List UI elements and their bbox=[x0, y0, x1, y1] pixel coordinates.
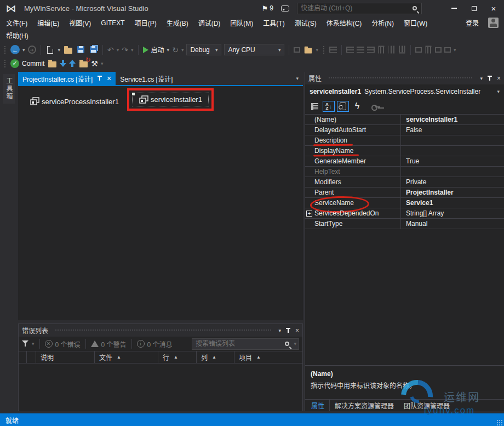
menu-architecture[interactable]: 体系结构(C) bbox=[322, 18, 367, 27]
pin-icon[interactable] bbox=[97, 75, 102, 82]
property-row-name[interactable]: (Name) serviceInstaller1 bbox=[305, 115, 504, 125]
property-row-starttype[interactable]: StartType Manual bbox=[305, 219, 504, 229]
commit-status-icon[interactable]: ✓ bbox=[10, 59, 19, 68]
header-file-column[interactable]: 文件▲ bbox=[95, 351, 158, 363]
menu-build[interactable]: 生成(B) bbox=[162, 18, 193, 27]
property-row-delayedautostart[interactable]: DelayedAutoStart False bbox=[305, 125, 504, 135]
property-row-modifiers[interactable]: Modifiers Private bbox=[305, 177, 504, 188]
refresh-dropdown-icon[interactable]: ▾ bbox=[181, 47, 184, 53]
save-icon[interactable] bbox=[77, 46, 84, 53]
repo-folder-icon[interactable] bbox=[48, 61, 56, 67]
error-list-title-bar[interactable]: 错误列表 ▾ × bbox=[19, 324, 302, 337]
error-search-box[interactable]: ▾ bbox=[192, 338, 299, 350]
close-button[interactable]: × bbox=[485, 2, 502, 14]
property-row-servicesdependedon[interactable]: + ServicesDependedOn String[] Array bbox=[305, 208, 504, 219]
tab-projectinstaller-design[interactable]: ProjectInstaller.cs [设计] × bbox=[18, 72, 116, 85]
new-file-dropdown-icon[interactable]: ▾ bbox=[58, 47, 61, 53]
menu-window[interactable]: 窗口(W) bbox=[399, 18, 432, 27]
menu-gitext[interactable]: GITEXT bbox=[96, 19, 129, 27]
errors-toggle[interactable]: ✕ 0 个错误 bbox=[45, 339, 81, 349]
sign-in-link[interactable]: 登录 bbox=[461, 18, 484, 27]
user-avatar-icon[interactable] bbox=[488, 18, 499, 28]
tab-service1-design[interactable]: Service1.cs [设计] bbox=[116, 72, 177, 85]
header-line-column[interactable]: 行▲ bbox=[158, 351, 197, 363]
properties-title-bar[interactable]: 属性 ▾ × bbox=[305, 72, 504, 84]
build-tools-icon[interactable]: ⚒ bbox=[91, 60, 98, 67]
align-top-icon[interactable] bbox=[378, 46, 384, 54]
snap-to-grid-icon[interactable] bbox=[329, 47, 337, 53]
align-center-icon[interactable] bbox=[357, 47, 364, 53]
filter-icon[interactable] bbox=[22, 340, 28, 347]
header-description-column[interactable]: 说明 bbox=[36, 351, 95, 363]
navigate-back-icon[interactable]: ← bbox=[10, 45, 20, 54]
toolbar-grip[interactable] bbox=[323, 46, 325, 54]
alphabetical-button[interactable]: AZ ↓ bbox=[323, 101, 335, 112]
property-pages-button[interactable] bbox=[370, 101, 382, 112]
property-row-displayname[interactable]: DisplayName bbox=[305, 146, 504, 156]
toolbar-overflow-icon[interactable]: ▾ bbox=[454, 47, 456, 53]
solution-platform-combo[interactable]: Any CPU ▾ bbox=[224, 44, 284, 55]
properties-view-button[interactable] bbox=[337, 101, 349, 112]
toolbar-overflow-icon[interactable]: ▾ bbox=[101, 61, 104, 66]
refresh-icon[interactable]: ↻ bbox=[172, 46, 179, 54]
make-same-height-icon[interactable] bbox=[425, 46, 431, 54]
sync-icon[interactable]: ↻ bbox=[78, 59, 88, 69]
messages-toggle[interactable]: i 0 个消息 bbox=[137, 339, 173, 349]
error-search-input[interactable] bbox=[192, 340, 285, 348]
find-in-files-icon[interactable] bbox=[305, 48, 312, 53]
object-selector-combo[interactable]: serviceInstaller1 System.ServiceProcess.… bbox=[305, 84, 504, 99]
attach-to-process-icon[interactable] bbox=[294, 47, 300, 53]
menu-file[interactable]: 文件(F) bbox=[1, 18, 32, 27]
events-button[interactable]: ϟ bbox=[351, 101, 363, 112]
close-panel-icon[interactable]: × bbox=[295, 327, 299, 334]
property-row-generatemember[interactable]: GenerateMember True bbox=[305, 156, 504, 167]
menu-test[interactable]: 测试(S) bbox=[290, 18, 322, 27]
align-left-icon[interactable] bbox=[346, 47, 354, 53]
error-list-body[interactable] bbox=[19, 363, 302, 411]
navigate-forward-icon[interactable]: ➜ bbox=[28, 46, 36, 54]
align-bottom-icon[interactable] bbox=[399, 46, 405, 54]
feedback-icon[interactable] bbox=[281, 5, 289, 12]
align-middle-icon[interactable] bbox=[388, 46, 394, 54]
search-dropdown-icon[interactable]: ▾ bbox=[294, 341, 296, 347]
header-project-column[interactable]: 项目▲ bbox=[234, 351, 302, 363]
menu-analyze[interactable]: 分析(N) bbox=[366, 18, 399, 27]
window-position-dropdown-icon[interactable]: ▾ bbox=[278, 328, 281, 333]
menu-debug[interactable]: 调试(D) bbox=[193, 18, 226, 27]
expand-icon[interactable]: + bbox=[306, 211, 312, 217]
categorized-button[interactable] bbox=[308, 101, 320, 112]
header-col-column[interactable]: 列▲ bbox=[197, 351, 234, 363]
maximize-button[interactable] bbox=[466, 2, 482, 14]
tab-properties[interactable]: 属性 bbox=[306, 400, 330, 411]
commit-label[interactable]: Commit bbox=[22, 60, 44, 67]
component-serviceinstaller1[interactable]: serviceInstaller1 bbox=[132, 93, 209, 106]
property-row-description[interactable]: Description bbox=[305, 135, 504, 146]
close-panel-icon[interactable]: × bbox=[497, 75, 501, 82]
make-same-size-icon[interactable] bbox=[435, 47, 442, 53]
menu-team[interactable]: 团队(M) bbox=[225, 18, 258, 27]
selection-handle[interactable] bbox=[132, 93, 135, 95]
tab-team-explorer[interactable]: 团队资源管理器 bbox=[399, 400, 455, 411]
toolbox-vertical-tab[interactable]: 工具箱 bbox=[3, 74, 15, 104]
size-to-grid-icon[interactable] bbox=[444, 47, 451, 53]
tab-solution-explorer[interactable]: 解决方案资源管理器 bbox=[330, 400, 399, 411]
quick-launch-input[interactable] bbox=[297, 4, 413, 12]
start-debug-icon[interactable] bbox=[143, 47, 148, 53]
designer-surface[interactable]: serviceProcessInstaller1 serviceInstalle… bbox=[18, 86, 303, 320]
menu-tools[interactable]: 工具(T) bbox=[258, 18, 289, 27]
start-dropdown-icon[interactable]: ▾ bbox=[167, 47, 170, 53]
menu-view[interactable]: 视图(V) bbox=[64, 18, 96, 27]
open-file-icon[interactable] bbox=[64, 48, 72, 54]
pin-icon[interactable] bbox=[285, 327, 291, 334]
toolbar-grip[interactable] bbox=[4, 46, 6, 54]
filter-dropdown-icon[interactable]: ▾ bbox=[32, 341, 35, 347]
undo-icon[interactable]: ↶ bbox=[107, 46, 114, 54]
solution-configuration-combo[interactable]: Debug ▾ bbox=[186, 44, 221, 55]
property-row-servicename[interactable]: ServiceName Service1 bbox=[305, 198, 504, 208]
tab-list-dropdown-icon[interactable]: ▾ bbox=[296, 72, 303, 85]
find-dropdown-icon[interactable]: ▾ bbox=[316, 47, 318, 53]
save-all-icon[interactable] bbox=[90, 46, 97, 53]
start-debug-label[interactable]: 启动 bbox=[151, 45, 164, 54]
property-row-helptext[interactable]: HelpText bbox=[305, 167, 504, 177]
make-same-width-icon[interactable] bbox=[415, 47, 422, 53]
